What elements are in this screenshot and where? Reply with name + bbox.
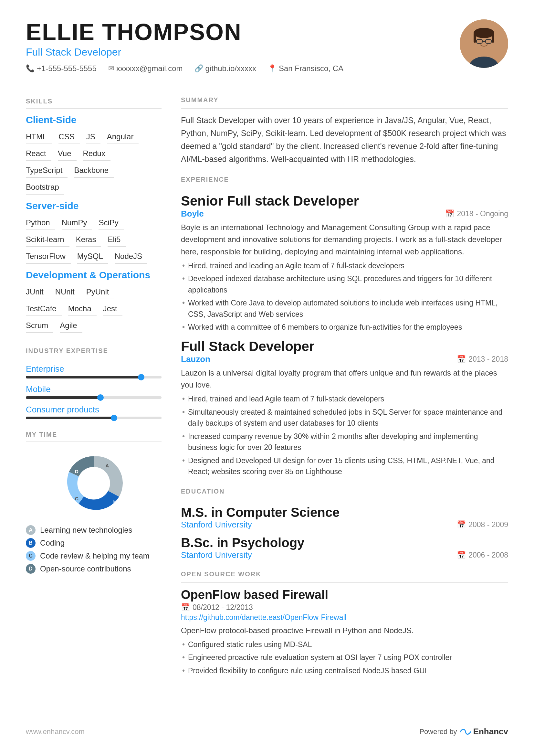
donut-container: A B C D A Learning new technologies B Co… [26, 448, 162, 577]
mobile-bar-track [26, 396, 162, 399]
legend-d: D Open-source contributions [26, 564, 150, 574]
skill-react: React [26, 147, 51, 161]
industry-label: INDUSTRY EXPERTISE [26, 347, 162, 355]
server-side-title: Server-side [26, 201, 162, 211]
skill-junit: JUnit [26, 285, 49, 299]
skill-python: Python [26, 216, 55, 230]
degree2-header: Stanford University 📅 2006 - 2008 [181, 550, 508, 560]
os-bullet-2: Engineered proactive rule evaluation sys… [181, 652, 508, 663]
os-link[interactable]: https://github.com/danette.east/OpenFlow… [181, 613, 508, 622]
opensource-label: OPEN SOURCE WORK [181, 571, 508, 578]
job2-company: Lauzon [181, 354, 210, 364]
skill-typescript: TypeScript [26, 164, 67, 178]
client-side-title: Client-Side [26, 114, 162, 125]
job2-bullet-1: Hired, trained and lead Agile team of 7 … [181, 393, 508, 405]
job2-bullet-4: Designed and Developed UI design for ove… [181, 455, 508, 477]
summary-divider [181, 108, 508, 109]
server-side-skills: Python NumPy SciPy Scikit-learn Keras El… [26, 216, 162, 266]
devops-title: Development & Operations [26, 270, 162, 281]
job1-bullets: Hired, trained and leading an Agile team… [181, 260, 508, 333]
phone-icon: 📞 [26, 64, 35, 73]
skill-nunit: NUnit [55, 285, 80, 299]
os-bullet-3: Provided flexibility to configure rule u… [181, 665, 508, 677]
degree2-title: B.Sc. in Psychology [181, 536, 508, 550]
skill-agile: Agile [60, 319, 82, 333]
skill-scrum: Scrum [26, 319, 53, 333]
location-icon: 📍 [268, 64, 276, 73]
experience-label: EXPERIENCE [181, 176, 508, 183]
job1-bullet-2: Developed indexed database architecture … [181, 273, 508, 295]
candidate-name: ELLIE THOMPSON [26, 19, 343, 45]
github-icon: 🔗 [194, 64, 203, 73]
calendar-icon-4: 📅 [457, 551, 466, 559]
candidate-title: Full Stack Developer [26, 46, 343, 58]
consumer-bar-track [26, 417, 162, 419]
industry-mobile-name: Mobile [26, 384, 162, 394]
skill-jest: Jest [103, 302, 122, 316]
skill-testcafe: TestCafe [26, 302, 62, 316]
skills-divider [26, 108, 162, 109]
contact-github: 🔗 github.io/xxxxx [194, 64, 256, 73]
contact-location: 📍 San Fransisco, CA [268, 64, 343, 73]
contact-phone: 📞 +1-555-555-5555 [26, 64, 97, 73]
industry-enterprise: Enterprise [26, 364, 162, 378]
legend-dot-b: B [26, 538, 36, 548]
svg-point-3 [473, 28, 494, 38]
svg-rect-5 [492, 33, 494, 43]
skill-js: JS [86, 130, 100, 144]
calendar-icon-5: 📅 [181, 603, 190, 612]
industry-mobile: Mobile [26, 384, 162, 399]
degree2-school: Stanford University [181, 550, 252, 560]
job1-company: Boyle [181, 209, 204, 219]
legend-c: C Code review & helping my team [26, 551, 150, 561]
skill-angular: Angular [107, 130, 139, 144]
header-left: ELLIE THOMPSON Full Stack Developer 📞 +1… [26, 19, 343, 73]
devops-skills: JUnit NUnit PyUnit TestCafe Mocha Jest S… [26, 285, 162, 336]
enhancv-brand: Enhancv [473, 727, 508, 737]
calendar-icon-2: 📅 [457, 355, 466, 364]
legend: A Learning new technologies B Coding C C… [26, 525, 150, 577]
degree1-school: Stanford University [181, 520, 252, 530]
legend-label-c: Code review & helping my team [40, 552, 150, 560]
summary-text: Full Stack Developer with over 10 years … [181, 114, 508, 166]
skills-label: SKILLS [26, 97, 162, 105]
consumer-bar-fill [26, 417, 114, 419]
left-column: SKILLS Client-Side HTML CSS JS Angular R… [26, 86, 162, 707]
consumer-bar-dot [111, 415, 117, 421]
legend-label-d: Open-source contributions [40, 564, 131, 573]
main-content: SKILLS Client-Side HTML CSS JS Angular R… [26, 86, 508, 707]
client-side-skills: HTML CSS JS Angular React Vue Redux Type… [26, 130, 162, 197]
degree1-header: Stanford University 📅 2008 - 2009 [181, 520, 508, 530]
degree2-date: 📅 2006 - 2008 [457, 551, 508, 559]
industry-consumer-name: Consumer products [26, 405, 162, 415]
skill-tensorflow: TensorFlow [26, 250, 71, 264]
footer-url: www.enhancv.com [26, 728, 85, 736]
skill-eli5: Eli5 [108, 233, 126, 247]
job2-date: 📅 2013 - 2018 [457, 355, 508, 364]
legend-label-a: Learning new technologies [40, 526, 133, 535]
industry-consumer: Consumer products [26, 405, 162, 419]
footer: www.enhancv.com Powered by Enhancv [26, 720, 508, 737]
skill-mocha: Mocha [68, 302, 97, 316]
skill-keras: Keras [76, 233, 101, 247]
job1-bullet-4: Worked with a committee of 6 members to … [181, 322, 508, 333]
skill-scikit: Scikit-learn [26, 233, 69, 247]
skill-bootstrap: Bootstrap [26, 180, 64, 195]
skill-vue: Vue [58, 147, 77, 161]
job2-bullets: Hired, trained and lead Agile team of 7 … [181, 393, 508, 477]
experience-divider [181, 188, 508, 188]
job1-desc: Boyle is an international Technology and… [181, 221, 508, 257]
job2-title: Full Stack Developer [181, 339, 508, 354]
job2-desc: Lauzon is a universal digital loyalty pr… [181, 367, 508, 391]
svg-rect-4 [473, 33, 476, 43]
degree1-date: 📅 2008 - 2009 [457, 520, 508, 529]
skill-pyunit: PyUnit [86, 285, 114, 299]
legend-b: B Coding [26, 538, 150, 548]
mytime-label: MY TIME [26, 431, 162, 438]
job1-title: Senior Full stack Developer [181, 193, 508, 209]
education-divider [181, 500, 508, 500]
skill-css: CSS [59, 130, 80, 144]
degree1-title: M.S. in Computer Science [181, 505, 508, 520]
education-label: EDUCATION [181, 488, 508, 495]
calendar-icon-3: 📅 [457, 520, 466, 529]
